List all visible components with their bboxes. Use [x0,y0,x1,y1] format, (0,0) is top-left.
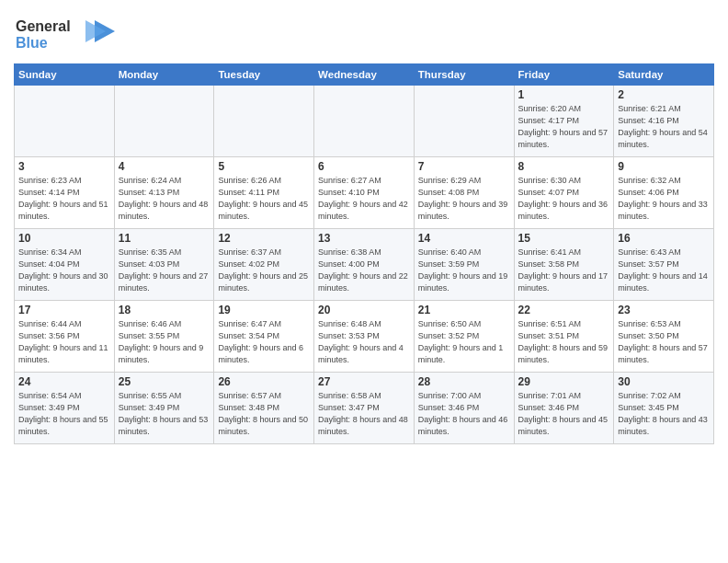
col-header-wednesday: Wednesday [314,64,415,86]
day-cell [214,86,314,157]
day-info: Sunrise: 6:58 AM Sunset: 3:47 PM Dayligh… [318,390,410,438]
day-number: 11 [119,232,210,245]
week-row-2: 3Sunrise: 6:23 AM Sunset: 4:14 PM Daylig… [15,157,714,229]
day-number: 22 [518,304,610,316]
day-cell: 27Sunrise: 6:58 AM Sunset: 3:47 PM Dayli… [314,373,415,444]
day-number: 20 [318,304,410,316]
day-number: 21 [418,304,510,316]
day-cell: 10Sunrise: 6:34 AM Sunset: 4:04 PM Dayli… [15,229,115,301]
day-cell: 30Sunrise: 7:02 AM Sunset: 3:45 PM Dayli… [614,373,714,444]
day-number: 15 [518,232,610,245]
day-info: Sunrise: 6:41 AM Sunset: 3:58 PM Dayligh… [518,247,610,294]
day-cell: 12Sunrise: 6:37 AM Sunset: 4:02 PM Dayli… [214,229,314,301]
day-cell: 21Sunrise: 6:50 AM Sunset: 3:52 PM Dayli… [414,301,514,373]
svg-text:General: General [16,18,71,34]
day-cell: 13Sunrise: 6:38 AM Sunset: 4:00 PM Dayli… [314,229,415,301]
header: General Blue [14,9,714,58]
day-number: 13 [318,232,410,245]
day-cell [414,86,514,157]
day-cell: 2Sunrise: 6:21 AM Sunset: 4:16 PM Daylig… [614,86,714,157]
day-number: 3 [18,160,110,173]
day-number: 9 [618,160,710,173]
day-info: Sunrise: 6:40 AM Sunset: 3:59 PM Dayligh… [418,247,510,294]
day-info: Sunrise: 6:51 AM Sunset: 3:51 PM Dayligh… [518,318,610,366]
day-number: 10 [18,232,110,245]
day-info: Sunrise: 6:54 AM Sunset: 3:49 PM Dayligh… [18,390,110,438]
day-cell: 26Sunrise: 6:57 AM Sunset: 3:48 PM Dayli… [214,373,314,444]
day-info: Sunrise: 6:53 AM Sunset: 3:50 PM Dayligh… [618,318,710,366]
day-cell [15,86,115,157]
week-row-4: 17Sunrise: 6:44 AM Sunset: 3:56 PM Dayli… [15,301,714,373]
day-info: Sunrise: 7:00 AM Sunset: 3:46 PM Dayligh… [418,390,510,438]
header-row: SundayMondayTuesdayWednesdayThursdayFrid… [15,64,714,86]
day-cell: 17Sunrise: 6:44 AM Sunset: 3:56 PM Dayli… [15,301,115,373]
day-cell: 22Sunrise: 6:51 AM Sunset: 3:51 PM Dayli… [514,301,614,373]
day-number: 24 [18,375,110,388]
day-cell: 28Sunrise: 7:00 AM Sunset: 3:46 PM Dayli… [414,373,514,444]
week-row-5: 24Sunrise: 6:54 AM Sunset: 3:49 PM Dayli… [15,373,714,444]
day-info: Sunrise: 6:57 AM Sunset: 3:48 PM Dayligh… [218,390,310,438]
day-cell: 14Sunrise: 6:40 AM Sunset: 3:59 PM Dayli… [414,229,514,301]
day-number: 18 [119,304,210,316]
day-number: 6 [318,160,410,173]
day-info: Sunrise: 6:47 AM Sunset: 3:54 PM Dayligh… [218,318,310,366]
col-header-monday: Monday [114,64,214,86]
day-info: Sunrise: 6:24 AM Sunset: 4:13 PM Dayligh… [119,175,210,223]
col-header-friday: Friday [514,64,614,86]
day-number: 2 [618,88,710,101]
day-info: Sunrise: 6:23 AM Sunset: 4:14 PM Dayligh… [18,175,110,223]
day-number: 4 [119,160,210,173]
col-header-tuesday: Tuesday [214,64,314,86]
day-info: Sunrise: 6:37 AM Sunset: 4:02 PM Dayligh… [218,247,310,294]
col-header-sunday: Sunday [15,64,115,86]
day-info: Sunrise: 6:32 AM Sunset: 4:06 PM Dayligh… [618,175,710,223]
day-cell: 20Sunrise: 6:48 AM Sunset: 3:53 PM Dayli… [314,301,415,373]
day-number: 16 [618,232,710,245]
day-cell: 23Sunrise: 6:53 AM Sunset: 3:50 PM Dayli… [614,301,714,373]
day-info: Sunrise: 6:50 AM Sunset: 3:52 PM Dayligh… [418,318,510,366]
day-cell: 1Sunrise: 6:20 AM Sunset: 4:17 PM Daylig… [514,86,614,157]
week-row-1: 1Sunrise: 6:20 AM Sunset: 4:17 PM Daylig… [15,86,714,157]
day-info: Sunrise: 6:34 AM Sunset: 4:04 PM Dayligh… [18,247,110,294]
day-number: 25 [119,375,210,388]
day-number: 5 [218,160,310,173]
day-info: Sunrise: 6:26 AM Sunset: 4:11 PM Dayligh… [218,175,310,223]
day-cell [314,86,415,157]
day-number: 8 [518,160,610,173]
day-number: 14 [418,232,510,245]
day-cell: 18Sunrise: 6:46 AM Sunset: 3:55 PM Dayli… [114,301,214,373]
day-cell [114,86,214,157]
day-info: Sunrise: 6:46 AM Sunset: 3:55 PM Dayligh… [119,318,210,366]
day-info: Sunrise: 7:01 AM Sunset: 3:46 PM Dayligh… [518,390,610,438]
day-info: Sunrise: 6:27 AM Sunset: 4:10 PM Dayligh… [318,175,410,223]
day-number: 28 [418,375,510,388]
day-number: 17 [18,304,110,316]
day-info: Sunrise: 7:02 AM Sunset: 3:45 PM Dayligh… [618,390,710,438]
day-number: 29 [518,375,610,388]
col-header-thursday: Thursday [414,64,514,86]
day-number: 12 [218,232,310,245]
day-cell: 4Sunrise: 6:24 AM Sunset: 4:13 PM Daylig… [114,157,214,229]
day-info: Sunrise: 6:48 AM Sunset: 3:53 PM Dayligh… [318,318,410,366]
day-cell: 19Sunrise: 6:47 AM Sunset: 3:54 PM Dayli… [214,301,314,373]
day-info: Sunrise: 6:20 AM Sunset: 4:17 PM Dayligh… [518,103,610,151]
day-info: Sunrise: 6:29 AM Sunset: 4:08 PM Dayligh… [418,175,510,223]
day-number: 7 [418,160,510,173]
day-info: Sunrise: 6:38 AM Sunset: 4:00 PM Dayligh… [318,247,410,294]
day-number: 27 [318,375,410,388]
day-info: Sunrise: 6:21 AM Sunset: 4:16 PM Dayligh… [618,103,710,151]
day-number: 1 [518,88,610,101]
day-number: 23 [618,304,710,316]
day-cell: 29Sunrise: 7:01 AM Sunset: 3:46 PM Dayli… [514,373,614,444]
day-cell: 8Sunrise: 6:30 AM Sunset: 4:07 PM Daylig… [514,157,614,229]
day-cell: 3Sunrise: 6:23 AM Sunset: 4:14 PM Daylig… [15,157,115,229]
day-cell: 16Sunrise: 6:43 AM Sunset: 3:57 PM Dayli… [614,229,714,301]
week-row-3: 10Sunrise: 6:34 AM Sunset: 4:04 PM Dayli… [15,229,714,301]
day-number: 19 [218,304,310,316]
day-number: 26 [218,375,310,388]
logo-text: General Blue [14,13,115,58]
day-cell: 9Sunrise: 6:32 AM Sunset: 4:06 PM Daylig… [614,157,714,229]
col-header-saturday: Saturday [614,64,714,86]
day-info: Sunrise: 6:35 AM Sunset: 4:03 PM Dayligh… [119,247,210,294]
calendar-table: SundayMondayTuesdayWednesdayThursdayFrid… [14,63,714,444]
